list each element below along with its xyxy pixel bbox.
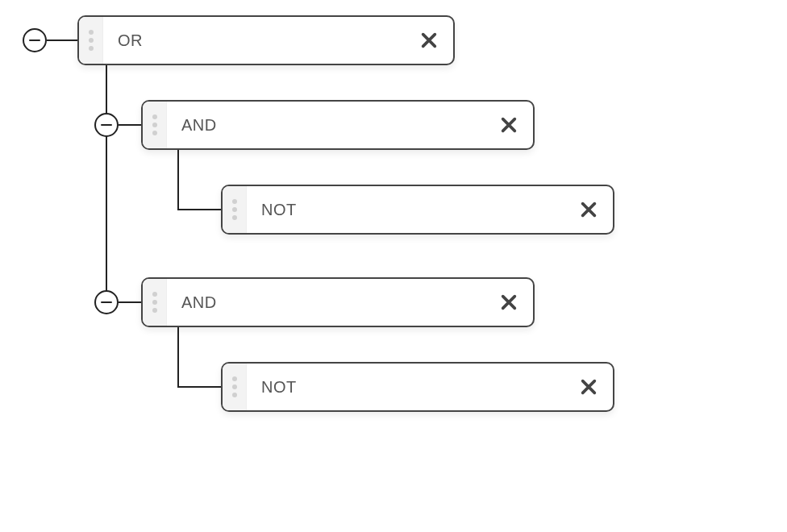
node-label: AND [167, 102, 485, 148]
delete-node-button[interactable] [485, 102, 533, 148]
collapse-toggle-root[interactable] [23, 28, 47, 52]
collapse-toggle-child[interactable] [94, 113, 119, 137]
tree-node-child[interactable]: AND [141, 277, 535, 327]
delete-node-button[interactable] [485, 279, 533, 326]
drag-handle[interactable] [79, 17, 103, 64]
connector [119, 301, 141, 303]
drag-dots-icon [152, 114, 157, 135]
close-icon [420, 31, 438, 49]
close-icon [580, 201, 598, 218]
drag-handle[interactable] [143, 279, 167, 326]
node-label: OR [103, 17, 405, 64]
drag-handle[interactable] [223, 364, 247, 410]
collapse-toggle-child[interactable] [94, 290, 119, 314]
close-icon [500, 116, 518, 134]
node-label: NOT [247, 186, 564, 233]
node-label: NOT [247, 364, 564, 410]
drag-dots-icon [232, 199, 237, 220]
tree-node-grandchild[interactable]: NOT [221, 362, 614, 412]
tree-node-root[interactable]: OR [77, 15, 455, 65]
node-label: AND [167, 279, 485, 326]
drag-handle[interactable] [223, 186, 247, 233]
drag-dots-icon [232, 376, 237, 397]
connector [177, 327, 221, 388]
tree-node-child[interactable]: AND [141, 100, 535, 150]
connector [119, 124, 141, 126]
delete-node-button[interactable] [405, 17, 453, 64]
tree-canvas: OR AND NOT [0, 0, 787, 532]
drag-handle[interactable] [143, 102, 167, 148]
drag-dots-icon [89, 30, 94, 51]
drag-dots-icon [152, 292, 157, 313]
connector [106, 65, 107, 302]
connector [47, 39, 77, 41]
close-icon [580, 378, 598, 396]
connector [177, 150, 221, 210]
delete-node-button[interactable] [564, 186, 613, 233]
delete-node-button[interactable] [564, 364, 613, 410]
tree-node-grandchild[interactable]: NOT [221, 185, 614, 235]
close-icon [500, 293, 518, 311]
